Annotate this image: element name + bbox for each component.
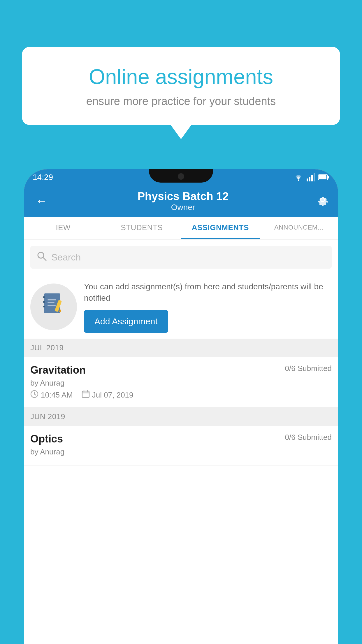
assignment-name: Gravitation (30, 364, 86, 376)
phone-frame: 14:29 (24, 169, 338, 644)
wifi-icon (293, 173, 304, 181)
search-bar[interactable]: Search (30, 246, 332, 269)
battery-icon (318, 174, 329, 181)
assignment-submitted: 0/6 Submitted (285, 364, 332, 373)
info-description: You can add assignment(s) from here and … (84, 281, 332, 304)
svg-rect-15 (48, 302, 55, 303)
search-icon (37, 251, 47, 263)
app-bar-center: Physics Batch 12 Owner (138, 190, 229, 212)
notch (149, 169, 213, 183)
clock-icon (30, 390, 38, 400)
tab-iew[interactable]: IEW (24, 217, 103, 239)
assignment-by: by Anurag (30, 379, 332, 388)
assignment-detail: 10:45 AM Jul 07, 2019 (30, 390, 332, 400)
svg-line-9 (43, 258, 46, 260)
svg-rect-1 (307, 178, 308, 181)
assignment-by-optics: by Anurag (30, 447, 332, 456)
assignment-top-optics: Optics 0/6 Submitted (30, 433, 332, 445)
svg-rect-4 (314, 173, 315, 181)
date-detail: Jul 07, 2019 (82, 390, 133, 400)
svg-rect-11 (43, 296, 45, 298)
list-item[interactable]: Optics 0/6 Submitted by Anurag (24, 426, 338, 466)
content-area: Search (24, 239, 338, 644)
svg-rect-14 (48, 299, 56, 300)
svg-rect-6 (319, 175, 326, 179)
status-time: 14:29 (33, 173, 53, 182)
calendar-icon (82, 390, 90, 400)
time-detail: 10:45 AM (30, 390, 73, 400)
bubble-title: Online assignments (39, 64, 323, 89)
svg-rect-13 (43, 306, 45, 307)
tab-students[interactable]: STUDENTS (103, 217, 181, 239)
assignment-time: 10:45 AM (41, 391, 73, 400)
notebook-icon (41, 291, 67, 323)
app-bar: ← Physics Batch 12 Owner (24, 185, 338, 217)
phone-screen: 14:29 (24, 169, 338, 644)
assignment-top: Gravitation 0/6 Submitted (30, 364, 332, 376)
svg-point-0 (298, 180, 299, 181)
assignment-name-optics: Optics (30, 433, 63, 445)
search-placeholder: Search (51, 252, 81, 263)
section-header-jul: JUL 2019 (24, 339, 338, 357)
svg-line-21 (34, 394, 36, 395)
back-button[interactable]: ← (33, 192, 50, 211)
gear-icon (316, 193, 329, 206)
status-icons (293, 173, 329, 181)
info-card: You can add assignment(s) from here and … (30, 275, 332, 339)
info-text-area: You can add assignment(s) from here and … (84, 281, 332, 333)
app-bar-subtitle: Owner (138, 203, 229, 212)
add-assignment-button[interactable]: Add Assignment (84, 310, 168, 333)
svg-rect-22 (82, 391, 89, 398)
tab-bar: IEW STUDENTS ASSIGNMENTS ANNOUNCEM... (24, 217, 338, 239)
list-item[interactable]: Gravitation 0/6 Submitted by Anurag (24, 357, 338, 407)
assignment-icon-circle (30, 284, 77, 330)
signal-icon (307, 173, 315, 181)
front-camera (178, 173, 184, 180)
assignment-submitted-optics: 0/6 Submitted (285, 433, 332, 442)
svg-rect-3 (311, 175, 313, 181)
tab-assignments[interactable]: ASSIGNMENTS (181, 217, 260, 239)
app-bar-title: Physics Batch 12 (138, 190, 229, 203)
svg-rect-16 (48, 305, 56, 306)
settings-button[interactable] (316, 193, 329, 209)
svg-rect-12 (43, 301, 45, 303)
section-header-jun: JUN 2019 (24, 407, 338, 426)
speech-bubble: Online assignments ensure more practice … (22, 47, 340, 125)
svg-rect-7 (328, 176, 329, 178)
tab-announcements[interactable]: ANNOUNCEM... (260, 217, 338, 239)
assignment-date: Jul 07, 2019 (92, 391, 133, 400)
bubble-subtitle: ensure more practice for your students (39, 95, 323, 108)
svg-rect-2 (309, 177, 310, 181)
